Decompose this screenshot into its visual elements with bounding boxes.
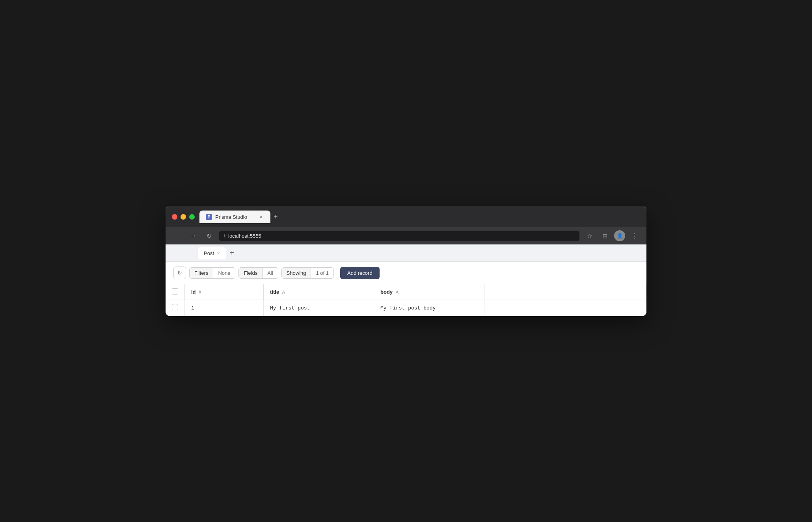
- header-id-label: id: [191, 289, 196, 295]
- table-toolbar: ↻ Filters None Fields All Showing 1 of 1…: [166, 262, 646, 284]
- header-title-type: A: [282, 290, 285, 295]
- minimize-button[interactable]: [181, 214, 186, 220]
- fields-value: All: [263, 268, 277, 278]
- header-extra: [484, 284, 646, 300]
- close-button[interactable]: [172, 214, 177, 220]
- header-title: title A: [264, 284, 374, 300]
- app-tab-label: Post: [204, 250, 214, 256]
- refresh-icon: ↻: [177, 270, 182, 276]
- showing-value: 1 of 1: [311, 268, 333, 278]
- star-button[interactable]: ☆: [584, 230, 595, 241]
- more-button[interactable]: ⋮: [629, 230, 640, 241]
- browser-tab-title: Prisma Studio: [215, 214, 247, 220]
- header-checkbox[interactable]: [172, 288, 178, 295]
- browser-window: P Prisma Studio ✕ + ← → ↻ ℹ localhost:55…: [166, 206, 646, 316]
- browser-toolbar-right: ☆ ⊞ 👤 ⋮: [584, 230, 640, 241]
- row-title-cell[interactable]: My first post: [264, 300, 374, 316]
- table-row: 1 My first post My first post body: [166, 300, 646, 316]
- app-tab-post[interactable]: Post ×: [197, 247, 226, 259]
- add-record-button[interactable]: Add record: [340, 267, 380, 279]
- app-tab-close[interactable]: ×: [217, 251, 220, 255]
- header-checkbox-col: [166, 284, 185, 300]
- app-tab-row: Post × +: [166, 244, 646, 262]
- address-bar-row: ← → ↻ ℹ localhost:5555 ☆ ⊞ 👤 ⋮: [166, 227, 646, 244]
- row-id-cell[interactable]: 1: [185, 300, 264, 316]
- table-refresh-button[interactable]: ↻: [173, 267, 186, 279]
- data-table: id # title A body A: [166, 284, 646, 316]
- filters-group[interactable]: Filters None: [189, 267, 235, 279]
- fields-group[interactable]: Fields All: [238, 267, 278, 279]
- header-body-type: A: [396, 290, 399, 295]
- maximize-button[interactable]: [189, 214, 195, 220]
- row-extra-cell: [484, 300, 646, 316]
- fields-label: Fields: [239, 268, 263, 278]
- filters-label: Filters: [190, 268, 213, 278]
- back-button[interactable]: ←: [172, 230, 183, 241]
- header-title-label: title: [270, 289, 279, 295]
- new-tab-button[interactable]: +: [270, 211, 281, 223]
- showing-label: Showing: [282, 268, 311, 278]
- showing-group: Showing 1 of 1: [281, 267, 334, 279]
- avatar[interactable]: 👤: [614, 230, 625, 241]
- browser-tabs: P Prisma Studio ✕ +: [199, 211, 281, 223]
- row-body-cell[interactable]: My first post body: [374, 300, 484, 316]
- app-content: Post × + ↻ Filters None Fields All Showi…: [166, 244, 646, 316]
- row-checkbox-cell: [166, 300, 185, 316]
- filters-value: None: [213, 268, 235, 278]
- browser-tab-prisma[interactable]: P Prisma Studio ✕: [199, 211, 270, 223]
- header-id: id #: [185, 284, 264, 300]
- refresh-button[interactable]: ↻: [203, 230, 214, 241]
- title-bar: P Prisma Studio ✕ +: [166, 206, 646, 227]
- url-text: localhost:5555: [228, 233, 261, 239]
- prisma-tab-icon: P: [206, 214, 212, 220]
- traffic-lights: [172, 214, 195, 220]
- browser-tab-close[interactable]: ✕: [258, 214, 264, 220]
- extensions-button[interactable]: ⊞: [599, 230, 610, 241]
- header-body: body A: [374, 284, 484, 300]
- info-icon: ℹ: [224, 233, 226, 239]
- app-new-tab-button[interactable]: +: [226, 247, 237, 259]
- row-checkbox[interactable]: [172, 304, 178, 310]
- table-header-row: id # title A body A: [166, 284, 646, 300]
- header-body-label: body: [380, 289, 393, 295]
- header-id-type: #: [199, 290, 201, 295]
- address-input[interactable]: ℹ localhost:5555: [219, 231, 579, 241]
- forward-button[interactable]: →: [188, 230, 199, 241]
